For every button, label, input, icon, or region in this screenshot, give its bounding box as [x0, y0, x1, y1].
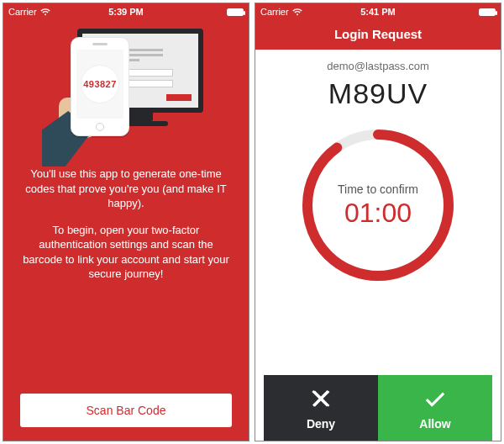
- intro-text-1: You'll use this app to generate one-time…: [20, 166, 232, 211]
- login-request-body: demo@lastpass.com M89UV Time to confirm …: [255, 50, 501, 441]
- carrier-label: Carrier: [8, 7, 37, 17]
- phone-icon: 493827: [71, 37, 129, 136]
- onboarding-illustration: 493827: [42, 24, 210, 166]
- allow-label: Allow: [419, 417, 450, 431]
- screenshot-onboarding: Carrier 5:39 PM: [3, 3, 249, 441]
- wifi-icon: [40, 8, 50, 16]
- page-title: Login Request: [255, 20, 501, 50]
- onboarding-body: 493827 You'll use this app to generate o…: [3, 20, 249, 441]
- clock: 5:41 PM: [360, 7, 396, 17]
- deny-label: Deny: [307, 417, 335, 431]
- carrier-label: Carrier: [260, 7, 289, 17]
- verification-code: M89UV: [328, 77, 428, 110]
- battery-icon: [479, 8, 496, 16]
- check-icon: [423, 386, 448, 414]
- clock: 5:39 PM: [108, 7, 144, 17]
- battery-icon: [227, 8, 244, 16]
- intro-text-2: To begin, open your two-factor authentic…: [20, 223, 232, 282]
- status-bar: Carrier 5:41 PM: [255, 3, 501, 20]
- wifi-icon: [292, 8, 302, 16]
- svg-point-1: [307, 135, 449, 276]
- scan-barcode-button[interactable]: Scan Bar Code: [20, 394, 232, 427]
- close-icon: [308, 386, 333, 414]
- sample-otp-code: 493827: [81, 65, 119, 103]
- allow-button[interactable]: Allow: [378, 375, 492, 441]
- deny-button[interactable]: Deny: [264, 375, 378, 441]
- status-bar: Carrier 5:39 PM: [3, 3, 249, 20]
- screenshot-login-request: Carrier 5:41 PM Login Request demo@lastp…: [255, 3, 501, 441]
- countdown-timer: Time to confirm 01:00: [298, 125, 458, 285]
- account-email: demo@lastpass.com: [327, 60, 429, 72]
